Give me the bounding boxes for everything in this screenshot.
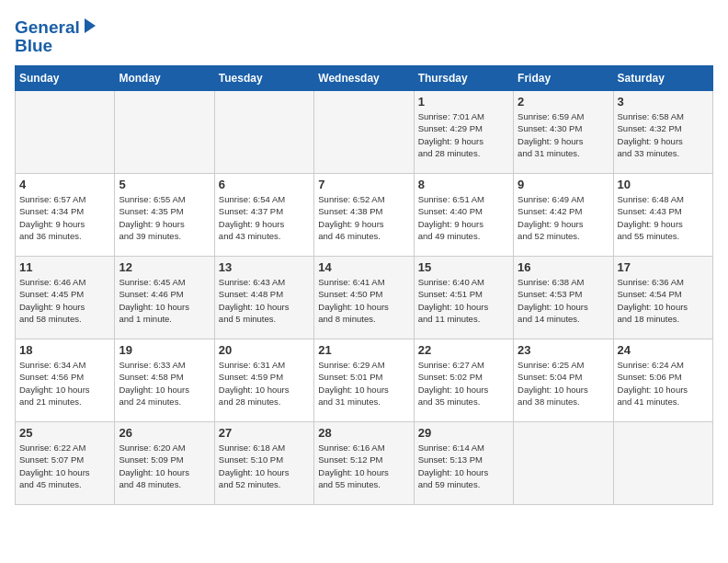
day-detail: Sunrise: 6:20 AM Sunset: 5:09 PM Dayligh… [119, 442, 210, 490]
day-detail: Sunrise: 6:43 AM Sunset: 4:48 PM Dayligh… [219, 276, 310, 325]
day-detail: Sunrise: 6:48 AM Sunset: 4:43 PM Dayligh… [618, 193, 709, 242]
weekday-header-tuesday: Tuesday [214, 66, 313, 91]
header: General Blue [15, 15, 713, 56]
svg-text:General: General [15, 17, 80, 37]
calendar-cell: 28Sunrise: 6:16 AM Sunset: 5:12 PM Dayli… [314, 422, 414, 505]
calendar-cell: 6Sunrise: 6:54 AM Sunset: 4:37 PM Daylig… [214, 174, 313, 257]
calendar-cell: 13Sunrise: 6:43 AM Sunset: 4:48 PM Dayli… [214, 257, 313, 339]
calendar-cell: 21Sunrise: 6:29 AM Sunset: 5:01 PM Dayli… [314, 339, 414, 422]
calendar-cell [314, 91, 414, 174]
day-detail: Sunrise: 6:41 AM Sunset: 4:50 PM Dayligh… [318, 276, 409, 325]
day-number: 6 [219, 178, 310, 191]
calendar-cell: 5Sunrise: 6:55 AM Sunset: 4:35 PM Daylig… [115, 174, 214, 257]
day-detail: Sunrise: 6:51 AM Sunset: 4:40 PM Dayligh… [418, 193, 509, 242]
day-detail: Sunrise: 6:14 AM Sunset: 5:13 PM Dayligh… [418, 442, 509, 490]
calendar-cell [214, 91, 313, 174]
calendar-cell [16, 91, 115, 174]
day-detail: Sunrise: 6:49 AM Sunset: 4:42 PM Dayligh… [518, 193, 609, 242]
calendar-week-row: 1Sunrise: 7:01 AM Sunset: 4:29 PM Daylig… [16, 91, 713, 174]
day-detail: Sunrise: 6:24 AM Sunset: 5:06 PM Dayligh… [618, 359, 709, 408]
svg-text:Blue: Blue [15, 36, 52, 55]
day-detail: Sunrise: 6:16 AM Sunset: 5:12 PM Dayligh… [318, 442, 409, 490]
calendar-week-row: 11Sunrise: 6:46 AM Sunset: 4:45 PM Dayli… [16, 257, 713, 339]
day-number: 4 [19, 178, 110, 191]
calendar-cell: 22Sunrise: 6:27 AM Sunset: 5:02 PM Dayli… [414, 339, 513, 422]
day-detail: Sunrise: 6:25 AM Sunset: 5:04 PM Dayligh… [518, 359, 609, 408]
logo: General Blue [15, 15, 102, 56]
day-number: 28 [318, 426, 409, 440]
calendar-cell: 8Sunrise: 6:51 AM Sunset: 4:40 PM Daylig… [414, 174, 513, 257]
day-number: 26 [119, 426, 210, 440]
day-number: 8 [418, 178, 509, 191]
calendar-header-row: SundayMondayTuesdayWednesdayThursdayFrid… [16, 66, 713, 91]
day-detail: Sunrise: 6:46 AM Sunset: 4:45 PM Dayligh… [19, 276, 110, 325]
day-detail: Sunrise: 6:22 AM Sunset: 5:07 PM Dayligh… [19, 442, 110, 490]
calendar-cell: 27Sunrise: 6:18 AM Sunset: 5:10 PM Dayli… [214, 422, 313, 505]
calendar-cell: 4Sunrise: 6:57 AM Sunset: 4:34 PM Daylig… [16, 174, 115, 257]
calendar-cell: 18Sunrise: 6:34 AM Sunset: 4:56 PM Dayli… [16, 339, 115, 422]
calendar-cell: 15Sunrise: 6:40 AM Sunset: 4:51 PM Dayli… [414, 257, 513, 339]
weekday-header-thursday: Thursday [414, 66, 513, 91]
calendar-cell: 3Sunrise: 6:58 AM Sunset: 4:32 PM Daylig… [613, 91, 712, 174]
calendar-cell [613, 422, 712, 505]
weekday-header-sunday: Sunday [16, 66, 115, 91]
day-detail: Sunrise: 6:52 AM Sunset: 4:38 PM Dayligh… [318, 193, 409, 242]
calendar-cell: 23Sunrise: 6:25 AM Sunset: 5:04 PM Dayli… [514, 339, 613, 422]
day-number: 10 [618, 178, 709, 191]
day-number: 15 [418, 260, 509, 274]
day-detail: Sunrise: 6:55 AM Sunset: 4:35 PM Dayligh… [119, 193, 210, 242]
day-number: 12 [119, 260, 210, 274]
weekday-header-friday: Friday [514, 66, 613, 91]
day-detail: Sunrise: 6:45 AM Sunset: 4:46 PM Dayligh… [119, 276, 210, 325]
calendar-table: SundayMondayTuesdayWednesdayThursdayFrid… [15, 65, 713, 505]
day-number: 25 [19, 426, 110, 440]
calendar-cell: 29Sunrise: 6:14 AM Sunset: 5:13 PM Dayli… [414, 422, 513, 505]
calendar-cell: 24Sunrise: 6:24 AM Sunset: 5:06 PM Dayli… [613, 339, 712, 422]
day-detail: Sunrise: 6:40 AM Sunset: 4:51 PM Dayligh… [418, 276, 509, 325]
calendar-cell: 1Sunrise: 7:01 AM Sunset: 4:29 PM Daylig… [414, 91, 513, 174]
day-detail: Sunrise: 6:33 AM Sunset: 4:58 PM Dayligh… [119, 359, 210, 408]
calendar-cell [514, 422, 613, 505]
day-number: 3 [618, 95, 709, 109]
calendar-cell: 20Sunrise: 6:31 AM Sunset: 4:59 PM Dayli… [214, 339, 313, 422]
day-number: 16 [518, 260, 609, 274]
weekday-header-wednesday: Wednesday [314, 66, 414, 91]
day-detail: Sunrise: 7:01 AM Sunset: 4:29 PM Dayligh… [418, 110, 509, 159]
day-number: 1 [418, 95, 509, 109]
calendar-cell: 16Sunrise: 6:38 AM Sunset: 4:53 PM Dayli… [514, 257, 613, 339]
calendar-cell: 14Sunrise: 6:41 AM Sunset: 4:50 PM Dayli… [314, 257, 414, 339]
day-detail: Sunrise: 6:36 AM Sunset: 4:54 PM Dayligh… [618, 276, 709, 325]
calendar-cell: 26Sunrise: 6:20 AM Sunset: 5:09 PM Dayli… [115, 422, 214, 505]
day-number: 17 [618, 260, 709, 274]
weekday-header-monday: Monday [115, 66, 214, 91]
calendar-cell: 12Sunrise: 6:45 AM Sunset: 4:46 PM Dayli… [115, 257, 214, 339]
day-detail: Sunrise: 6:31 AM Sunset: 4:59 PM Dayligh… [219, 359, 310, 408]
calendar-cell: 2Sunrise: 6:59 AM Sunset: 4:30 PM Daylig… [514, 91, 613, 174]
day-detail: Sunrise: 6:38 AM Sunset: 4:53 PM Dayligh… [518, 276, 609, 325]
day-number: 9 [518, 178, 609, 191]
day-number: 23 [518, 343, 609, 357]
day-detail: Sunrise: 6:29 AM Sunset: 5:01 PM Dayligh… [318, 359, 409, 408]
day-number: 29 [418, 426, 509, 440]
weekday-header-saturday: Saturday [613, 66, 712, 91]
day-number: 22 [418, 343, 509, 357]
day-detail: Sunrise: 6:58 AM Sunset: 4:32 PM Dayligh… [618, 110, 709, 159]
day-number: 2 [518, 95, 609, 109]
day-detail: Sunrise: 6:54 AM Sunset: 4:37 PM Dayligh… [219, 193, 310, 242]
day-number: 19 [119, 343, 210, 357]
day-detail: Sunrise: 6:27 AM Sunset: 5:02 PM Dayligh… [418, 359, 509, 408]
calendar-cell: 17Sunrise: 6:36 AM Sunset: 4:54 PM Dayli… [613, 257, 712, 339]
calendar-cell [115, 91, 214, 174]
day-number: 21 [318, 343, 409, 357]
svg-marker-1 [85, 18, 96, 33]
calendar-cell: 25Sunrise: 6:22 AM Sunset: 5:07 PM Dayli… [16, 422, 115, 505]
day-number: 20 [219, 343, 310, 357]
day-detail: Sunrise: 6:34 AM Sunset: 4:56 PM Dayligh… [19, 359, 110, 408]
calendar-week-row: 18Sunrise: 6:34 AM Sunset: 4:56 PM Dayli… [16, 339, 713, 422]
calendar-cell: 11Sunrise: 6:46 AM Sunset: 4:45 PM Dayli… [16, 257, 115, 339]
calendar-week-row: 4Sunrise: 6:57 AM Sunset: 4:34 PM Daylig… [16, 174, 713, 257]
calendar-cell: 7Sunrise: 6:52 AM Sunset: 4:38 PM Daylig… [314, 174, 414, 257]
day-number: 18 [19, 343, 110, 357]
day-number: 14 [318, 260, 409, 274]
calendar-cell: 10Sunrise: 6:48 AM Sunset: 4:43 PM Dayli… [613, 174, 712, 257]
